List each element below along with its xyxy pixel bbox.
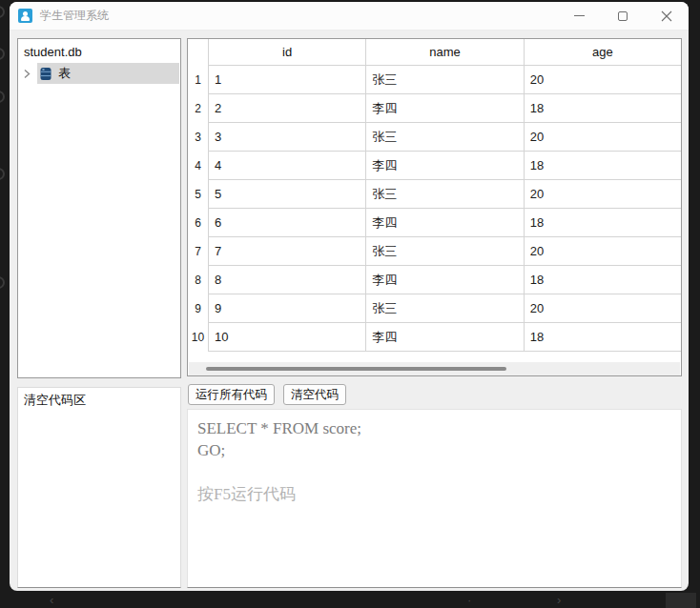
- row-number[interactable]: 3: [188, 123, 208, 152]
- cell-id[interactable]: 1: [208, 66, 365, 94]
- table-row[interactable]: 88李四18: [188, 266, 681, 294]
- cell-name[interactable]: 张三: [365, 180, 523, 209]
- table-row[interactable]: 33张三20: [188, 123, 681, 152]
- app-icon: [18, 9, 32, 23]
- taskbar-icon-fragment: ‹: [50, 594, 53, 606]
- taskbar-icon-fragment: ›: [557, 594, 561, 606]
- row-number[interactable]: 4: [188, 152, 208, 180]
- cell-id[interactable]: 2: [208, 94, 365, 123]
- clear-code-button[interactable]: 清空代码: [283, 384, 346, 405]
- table-row[interactable]: 55张三20: [188, 180, 681, 209]
- cell-age[interactable]: 18: [524, 152, 681, 180]
- window-controls: [557, 2, 689, 30]
- close-icon: [661, 10, 672, 22]
- column-header-name[interactable]: name: [365, 39, 523, 66]
- cell-age[interactable]: 20: [524, 123, 681, 152]
- desktop-icon-fragment: [0, 6, 5, 18]
- close-button[interactable]: [645, 2, 689, 30]
- minimize-icon: [574, 15, 585, 16]
- cell-id[interactable]: 3: [208, 123, 365, 152]
- cell-name[interactable]: 李四: [365, 266, 523, 294]
- cell-id[interactable]: 6: [208, 209, 365, 237]
- tree-item-tables[interactable]: 表: [18, 63, 180, 84]
- message-panel-label: 清空代码区: [18, 388, 180, 409]
- desktop-icon-fragment: [0, 168, 5, 180]
- cell-id[interactable]: 5: [208, 180, 365, 209]
- maximize-button[interactable]: [601, 2, 645, 30]
- tree-item-label: 表: [58, 65, 71, 82]
- table-row[interactable]: 22李四18: [188, 94, 681, 123]
- table-row[interactable]: 1010李四18: [188, 323, 681, 352]
- row-number[interactable]: 9: [188, 294, 208, 323]
- table-row[interactable]: 44李四18: [188, 152, 681, 180]
- row-number[interactable]: 8: [188, 266, 208, 294]
- database-tree-panel: student.db 表: [17, 38, 181, 378]
- column-header-age[interactable]: age: [524, 39, 681, 66]
- window-title: 学生管理系统: [40, 8, 109, 24]
- maximize-icon: [618, 11, 628, 21]
- code-line: GO;: [197, 439, 671, 461]
- cell-name[interactable]: 李四: [365, 94, 523, 123]
- header-corner: [188, 39, 208, 66]
- cell-name[interactable]: 张三: [365, 237, 523, 266]
- title-bar: 学生管理系统: [10, 2, 689, 30]
- editor-hint-text: 按F5运行代码: [197, 483, 671, 505]
- scrollbar-thumb[interactable]: [206, 367, 506, 371]
- cell-id[interactable]: 9: [208, 294, 365, 323]
- column-header-id[interactable]: id: [208, 39, 365, 66]
- taskbar-icon-fragment: [666, 593, 696, 608]
- cell-age[interactable]: 20: [524, 180, 681, 209]
- database-icon: [39, 67, 52, 81]
- cell-name[interactable]: 张三: [365, 294, 523, 323]
- table-row[interactable]: 99张三20: [188, 294, 681, 323]
- row-number[interactable]: 7: [188, 237, 208, 266]
- message-panel[interactable]: 清空代码区: [17, 387, 181, 588]
- cell-name[interactable]: 张三: [365, 66, 523, 94]
- cell-age[interactable]: 18: [524, 266, 681, 294]
- code-editor[interactable]: SELECT * FROM score; GO; 按F5运行代码: [187, 409, 682, 588]
- minimize-button[interactable]: [557, 2, 601, 30]
- database-name: student.db: [18, 39, 180, 63]
- code-line: SELECT * FROM score;: [197, 417, 671, 439]
- table-rows: 11张三2022李四1833张三2044李四1855张三2066李四1877张三…: [188, 66, 681, 352]
- cell-age[interactable]: 18: [524, 94, 681, 123]
- cell-name[interactable]: 李四: [365, 152, 523, 180]
- desktop-icon-fragment: [0, 276, 5, 289]
- desktop-icon-fragment: [0, 91, 5, 103]
- row-number[interactable]: 1: [188, 66, 208, 94]
- cell-age[interactable]: 18: [524, 323, 681, 352]
- table-header-row: id name age: [188, 39, 681, 66]
- table-row[interactable]: 66李四18: [188, 209, 681, 237]
- cell-id[interactable]: 8: [208, 266, 365, 294]
- cell-name[interactable]: 李四: [365, 209, 523, 237]
- taskbar-icon-fragment: ·: [467, 594, 471, 606]
- table-row[interactable]: 77张三20: [188, 237, 681, 266]
- row-number[interactable]: 6: [188, 209, 208, 237]
- cell-age[interactable]: 20: [524, 294, 681, 323]
- chevron-right-icon[interactable]: [18, 69, 35, 79]
- row-number[interactable]: 5: [188, 180, 208, 209]
- app-window: 学生管理系统 student.db 表: [10, 2, 689, 591]
- cell-name[interactable]: 李四: [365, 323, 523, 352]
- run-all-code-button[interactable]: 运行所有代码: [188, 384, 275, 405]
- row-number[interactable]: 2: [188, 94, 208, 123]
- cell-age[interactable]: 18: [524, 209, 681, 237]
- cell-age[interactable]: 20: [524, 66, 681, 94]
- cell-age[interactable]: 20: [524, 237, 681, 266]
- desktop-icon-fragment: [0, 48, 5, 60]
- cell-id[interactable]: 7: [208, 237, 365, 266]
- table-row[interactable]: 11张三20: [188, 66, 681, 94]
- horizontal-scrollbar[interactable]: [189, 362, 680, 375]
- row-number[interactable]: 10: [188, 323, 208, 352]
- cell-id[interactable]: 10: [208, 323, 365, 352]
- code-toolbar: 运行所有代码 清空代码: [188, 384, 346, 405]
- result-table: id name age 11张三2022李四1833张三2044李四1855张三…: [187, 38, 682, 376]
- cell-id[interactable]: 4: [208, 152, 365, 180]
- cell-name[interactable]: 张三: [365, 123, 523, 152]
